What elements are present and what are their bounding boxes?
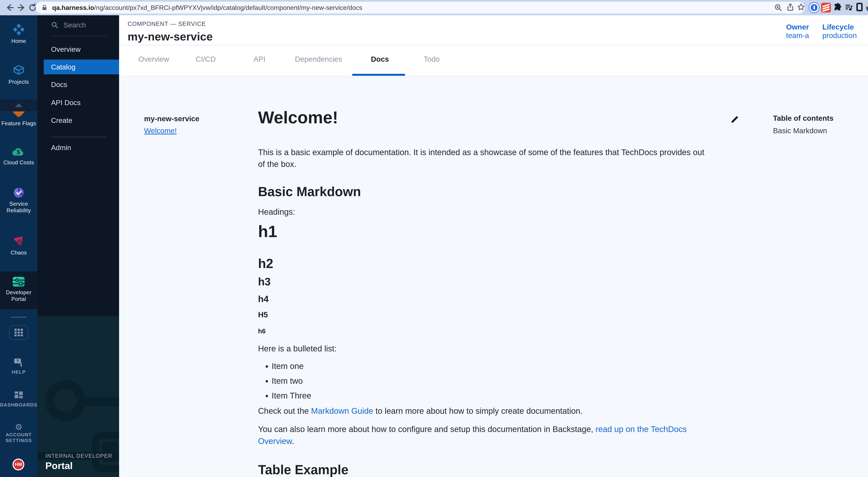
text: Check out the bbox=[258, 406, 311, 416]
browser-profile-avatar[interactable] bbox=[866, 2, 868, 12]
sidebar-item-service-reliability[interactable]: Service Reliability bbox=[0, 187, 37, 214]
module-nav-docs[interactable]: Docs bbox=[51, 81, 67, 89]
list-intro: Here is a bulleted list: bbox=[258, 343, 712, 355]
bulleted-list: Item one Item two Item Three bbox=[258, 360, 712, 401]
sidebar-scroll-up[interactable] bbox=[0, 99, 37, 111]
module-nav-overview[interactable]: Overview bbox=[51, 45, 81, 54]
module-nav-api-docs[interactable]: API Docs bbox=[51, 99, 81, 107]
module-nav-catalog[interactable]: Catalog bbox=[44, 60, 119, 74]
module-picker-button[interactable] bbox=[9, 325, 28, 340]
owner-label: Owner bbox=[786, 23, 809, 31]
cloud-costs-icon: $ bbox=[11, 146, 26, 157]
edit-pencil-icon[interactable] bbox=[731, 115, 739, 124]
entity-menu-icon[interactable] bbox=[867, 26, 868, 38]
doc-title: Welcome! bbox=[258, 108, 712, 127]
active-tab-underline bbox=[352, 74, 405, 76]
module-nav-label: Catalog bbox=[51, 63, 75, 71]
avatar-initials: HM bbox=[15, 462, 22, 467]
sidebar-item-label: HELP bbox=[0, 369, 37, 375]
sidebar-item-label: Service Reliability bbox=[0, 201, 37, 214]
sidebar-item-cloud-costs[interactable]: $ Cloud Costs bbox=[0, 146, 37, 166]
markdown-guide-link[interactable]: Markdown Guide bbox=[311, 406, 373, 416]
headings-label: Headings: bbox=[258, 206, 712, 218]
module-sidebar: Search Overview Catalog Docs API Docs Cr… bbox=[37, 15, 119, 477]
lock-icon bbox=[41, 4, 48, 11]
list-item: Item two bbox=[272, 375, 712, 387]
sidebar-item-chaos[interactable]: Chaos bbox=[0, 236, 37, 256]
projects-icon bbox=[12, 64, 26, 77]
tab-todo[interactable]: Todo bbox=[424, 55, 439, 63]
page-title: my-new-service bbox=[128, 30, 213, 43]
help-chat-icon: ? bbox=[13, 358, 24, 367]
decorative-bar bbox=[79, 397, 119, 407]
app-window: qa.harness.io/ng/account/px7xd_BFRCi-pfW… bbox=[0, 0, 868, 477]
owner-value-link[interactable]: team-a bbox=[786, 31, 809, 40]
extensions-puzzle-icon[interactable] bbox=[833, 3, 842, 12]
sidebar-divider bbox=[11, 317, 27, 318]
tab-dependencies[interactable]: Dependencies bbox=[295, 55, 342, 63]
module-nav-admin[interactable]: Admin bbox=[51, 144, 71, 152]
doc-content: Welcome! This is a basic example of docu… bbox=[258, 108, 712, 477]
chaos-icon bbox=[12, 236, 25, 247]
developer-portal-icon bbox=[12, 276, 25, 287]
back-icon[interactable] bbox=[5, 3, 15, 12]
onepassword-extension-icon[interactable] bbox=[809, 3, 819, 12]
list-item: Item one bbox=[272, 360, 712, 372]
zoom-icon[interactable] bbox=[774, 3, 783, 12]
header-divider bbox=[119, 45, 868, 45]
forward-icon[interactable] bbox=[17, 3, 26, 12]
heading-sample-h3: h3 bbox=[258, 275, 712, 288]
sidebar-item-dashboards[interactable]: DASHBOARDS bbox=[0, 391, 37, 408]
tab-docs[interactable]: Docs bbox=[371, 55, 389, 63]
section-basic-markdown: Basic Markdown bbox=[258, 184, 712, 200]
text: . bbox=[292, 437, 294, 446]
share-icon[interactable] bbox=[786, 3, 795, 11]
heading-sample-h2: h2 bbox=[258, 256, 712, 271]
docs-nav-welcome-link[interactable]: Welcome! bbox=[144, 127, 177, 135]
heading-sample-h4: h4 bbox=[258, 293, 712, 305]
text: to learn more about how to simply create… bbox=[373, 406, 583, 416]
sidebar-item-label: ACCOUNT SETTINGS bbox=[0, 432, 37, 443]
gear-icon: ⚙ bbox=[15, 422, 23, 431]
configure-paragraph: You can also learn more about how to con… bbox=[258, 423, 712, 447]
lifecycle-label: Lifecycle bbox=[823, 23, 857, 31]
url-path: /ng/account/px7xd_BFRCi-pfWPYXVjvw/idp/c… bbox=[94, 4, 362, 11]
user-avatar[interactable]: HM bbox=[12, 458, 25, 471]
toc-item-basic-markdown[interactable]: Basic Markdown bbox=[773, 127, 827, 135]
heading-sample-h1: h1 bbox=[258, 222, 712, 241]
search-placeholder: Search bbox=[64, 21, 86, 29]
sidebar-item-projects[interactable]: Projects bbox=[0, 64, 37, 85]
favorite-star-icon[interactable]: ☆ bbox=[204, 31, 212, 42]
lifecycle-field: Lifecycle production bbox=[823, 23, 857, 40]
playlist-music-icon[interactable] bbox=[844, 3, 854, 12]
todoist-extension-icon[interactable] bbox=[821, 3, 831, 12]
sidebar-item-account-settings[interactable]: ⚙ ACCOUNT SETTINGS bbox=[0, 422, 37, 443]
tab-api[interactable]: API bbox=[253, 55, 265, 63]
toc-title: Table of contents bbox=[773, 114, 833, 122]
module-nav-create[interactable]: Create bbox=[51, 116, 72, 124]
url-text: qa.harness.io/ng/account/px7xd_BFRCi-pfW… bbox=[52, 4, 362, 11]
list-item: Item Three bbox=[272, 390, 712, 402]
tab-overview[interactable]: Overview bbox=[138, 55, 169, 63]
heading-sample-h6: h6 bbox=[258, 327, 712, 335]
module-search[interactable]: Search bbox=[51, 21, 86, 29]
lifecycle-value-link[interactable]: production bbox=[823, 31, 857, 40]
sidebar-item-help[interactable]: ? HELP bbox=[0, 358, 37, 375]
tab-cicd[interactable]: CI/CD bbox=[196, 55, 216, 63]
sidebar-item-label: Feature Flags bbox=[0, 120, 37, 127]
browser-chrome: qa.harness.io/ng/account/px7xd_BFRCi-pfW… bbox=[0, 0, 868, 15]
main-content: COMPONENT — SERVICE my-new-service ☆ Own… bbox=[119, 15, 868, 477]
url-bar[interactable]: qa.harness.io/ng/account/px7xd_BFRCi-pfW… bbox=[36, 2, 805, 14]
chevron-up-icon bbox=[15, 103, 23, 107]
doc-intro: This is a basic example of documentation… bbox=[258, 146, 712, 170]
sidebar-item-developer-portal[interactable]: Developer Portal bbox=[0, 276, 37, 302]
reading-mode-icon[interactable] bbox=[856, 3, 863, 11]
sidebar-item-home[interactable]: Home bbox=[0, 23, 37, 44]
primary-sidebar: Home Projects Feature Flags $ Cloud Cost… bbox=[0, 15, 37, 477]
sidebar-item-label: Home bbox=[0, 38, 37, 44]
bookmark-star-icon[interactable] bbox=[797, 3, 805, 11]
svg-text:$: $ bbox=[17, 148, 20, 155]
search-icon bbox=[51, 21, 58, 29]
sidebar-item-label: Chaos bbox=[0, 249, 37, 256]
svg-text:?: ? bbox=[16, 359, 19, 363]
